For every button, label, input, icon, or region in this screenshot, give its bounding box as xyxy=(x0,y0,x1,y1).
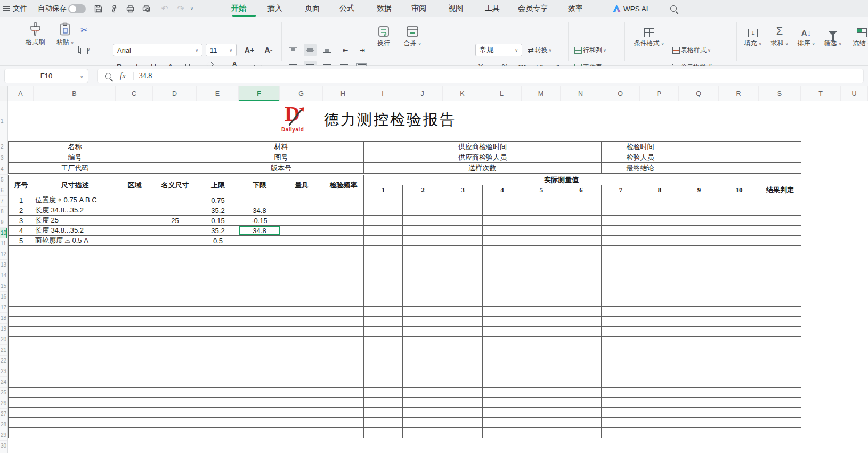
row-header-29[interactable]: 29 xyxy=(0,430,7,441)
column-header-F[interactable]: F xyxy=(239,86,280,101)
empty-cell[interactable] xyxy=(522,398,561,408)
empty-cell[interactable] xyxy=(153,398,197,408)
info-value-cell[interactable] xyxy=(116,163,239,174)
cell-measure[interactable] xyxy=(403,216,443,226)
empty-cell[interactable] xyxy=(483,398,522,408)
empty-cell[interactable] xyxy=(561,367,602,377)
empty-cell[interactable] xyxy=(602,337,640,347)
empty-cell[interactable] xyxy=(153,256,197,266)
cell-area[interactable] xyxy=(116,195,153,205)
empty-cell[interactable] xyxy=(561,398,602,408)
empty-cell[interactable] xyxy=(679,347,719,357)
print-button[interactable] xyxy=(126,0,135,17)
empty-cell[interactable] xyxy=(679,377,719,388)
empty-cell[interactable] xyxy=(403,276,443,286)
column-header-B[interactable]: B xyxy=(34,86,116,101)
empty-cell[interactable] xyxy=(153,286,197,296)
quick-access-more-button[interactable]: ∨ xyxy=(190,0,193,17)
empty-cell[interactable] xyxy=(561,276,602,286)
info-label-cell[interactable]: 供应商检验人员 xyxy=(443,152,522,163)
column-title-cell[interactable]: 区域 xyxy=(116,175,153,195)
empty-cell[interactable] xyxy=(522,246,561,256)
empty-cell[interactable] xyxy=(364,428,403,438)
empty-cell[interactable] xyxy=(239,266,280,276)
empty-cell[interactable] xyxy=(153,377,197,388)
empty-cell[interactable] xyxy=(239,367,280,377)
empty-cell[interactable] xyxy=(679,408,719,418)
empty-cell[interactable] xyxy=(116,286,153,296)
empty-cell[interactable] xyxy=(759,256,801,266)
row-header-24[interactable]: 24 xyxy=(0,377,7,388)
empty-cell[interactable] xyxy=(561,418,602,428)
empty-cell[interactable] xyxy=(602,307,640,317)
empty-cell[interactable] xyxy=(443,327,483,337)
empty-cell[interactable] xyxy=(239,337,280,347)
column-title-cell[interactable]: 下限 xyxy=(239,175,280,195)
measure-col-number[interactable]: 7 xyxy=(602,185,640,195)
empty-cell[interactable] xyxy=(197,388,239,398)
empty-cell[interactable] xyxy=(679,388,719,398)
empty-cell[interactable] xyxy=(9,428,34,438)
empty-cell[interactable] xyxy=(364,246,403,256)
empty-cell[interactable] xyxy=(403,296,443,307)
empty-cell[interactable] xyxy=(116,408,153,418)
cell-measure[interactable] xyxy=(443,195,483,205)
column-title-cell[interactable]: 检验频率 xyxy=(323,175,364,195)
empty-cell[interactable] xyxy=(323,388,364,398)
tab-效率[interactable]: 效率 xyxy=(568,0,583,17)
cell-area[interactable] xyxy=(116,226,153,236)
cell-measure[interactable] xyxy=(364,195,403,205)
empty-cell[interactable] xyxy=(323,337,364,347)
empty-cell[interactable] xyxy=(197,276,239,286)
empty-cell[interactable] xyxy=(239,246,280,256)
tab-会员专享[interactable]: 会员专享 xyxy=(518,0,548,17)
cell-desc[interactable]: 长度 34.8...35.2 xyxy=(34,205,116,216)
empty-cell[interactable] xyxy=(323,398,364,408)
cell-result[interactable] xyxy=(759,195,801,205)
empty-cell[interactable] xyxy=(153,388,197,398)
row-header-28[interactable]: 28 xyxy=(0,419,7,430)
empty-cell[interactable] xyxy=(116,357,153,367)
row-header-7[interactable]: 7 xyxy=(0,196,7,207)
empty-cell[interactable] xyxy=(443,307,483,317)
row-header-22[interactable]: 22 xyxy=(0,356,7,366)
cell-no[interactable]: 1 xyxy=(9,195,34,205)
empty-cell[interactable] xyxy=(522,388,561,398)
empty-cell[interactable] xyxy=(153,317,197,327)
cell-measure[interactable] xyxy=(561,195,602,205)
cell-area[interactable] xyxy=(116,205,153,216)
empty-cell[interactable] xyxy=(483,418,522,428)
empty-cell[interactable] xyxy=(522,418,561,428)
column-header-Q[interactable]: Q xyxy=(679,86,719,101)
empty-cell[interactable] xyxy=(522,377,561,388)
empty-cell[interactable] xyxy=(640,266,679,276)
empty-cell[interactable] xyxy=(364,266,403,276)
cell-freq[interactable] xyxy=(323,226,364,236)
empty-cell[interactable] xyxy=(602,388,640,398)
empty-cell[interactable] xyxy=(602,276,640,286)
measure-col-number[interactable]: 9 xyxy=(679,185,719,195)
empty-cell[interactable] xyxy=(443,246,483,256)
empty-cell[interactable] xyxy=(34,367,116,377)
cell-measure[interactable] xyxy=(403,195,443,205)
cell-measure[interactable] xyxy=(640,226,679,236)
empty-cell[interactable] xyxy=(364,388,403,398)
empty-cell[interactable] xyxy=(483,317,522,327)
empty-cell[interactable] xyxy=(34,377,116,388)
tab-数据[interactable]: 数据 xyxy=(377,0,392,17)
empty-cell[interactable] xyxy=(34,256,116,266)
info-label-cell[interactable]: 名称 xyxy=(34,142,116,152)
cell-measure[interactable] xyxy=(483,226,522,236)
cell-measure[interactable] xyxy=(443,236,483,246)
align-bottom-button[interactable] xyxy=(321,44,334,56)
empty-cell[interactable] xyxy=(759,398,801,408)
empty-cell[interactable] xyxy=(364,317,403,327)
empty-cell[interactable] xyxy=(323,276,364,286)
empty-cell[interactable] xyxy=(443,317,483,327)
measure-col-number[interactable]: 2 xyxy=(403,185,443,195)
cell-gauge[interactable] xyxy=(280,216,323,226)
empty-cell[interactable] xyxy=(197,317,239,327)
sheet-area[interactable]: 1234567891011121314151617181920212223242… xyxy=(0,101,868,453)
empty-cell[interactable] xyxy=(561,327,602,337)
empty-cell[interactable] xyxy=(679,367,719,377)
